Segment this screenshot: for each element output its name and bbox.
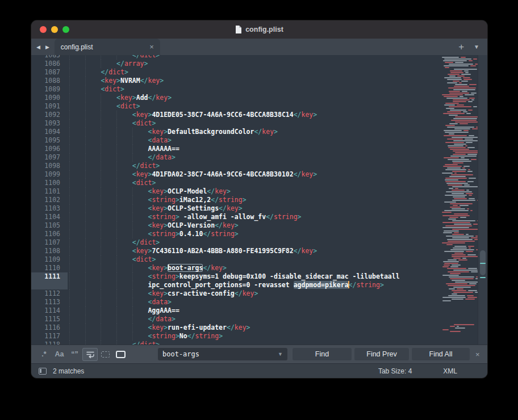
nav-forward-icon[interactable]: ▶ (45, 44, 49, 50)
line-number: 1099 (31, 170, 68, 179)
code-line: </data> (69, 315, 440, 324)
line-number: 1091 (31, 102, 68, 111)
regex-toggle-button[interactable]: .* (36, 348, 52, 361)
tab-bar: ◀ ▶ config.plist × + ▼ (31, 39, 487, 55)
code-area[interactable]: </dict></array></dict><key>NVRAM</key><d… (68, 55, 440, 345)
code-line: <string>No</string> (69, 332, 440, 341)
minimap[interactable] (440, 55, 478, 345)
scrollbar-track[interactable] (478, 55, 487, 345)
line-number: 1093 (31, 119, 68, 128)
case-sensitive-toggle-button[interactable]: Aa (52, 348, 67, 361)
code-line: <dict> (69, 85, 440, 94)
tab-strip-tools: + ▼ (458, 39, 487, 55)
tab-config-plist[interactable]: config.plist × (55, 39, 160, 55)
line-number: 1109 (31, 255, 68, 264)
code-line: </data> (69, 153, 440, 162)
line-number: 1100 (31, 179, 68, 187)
code-line: <key>NVRAM</key> (69, 77, 440, 85)
code-line: <dict> (69, 179, 440, 187)
line-number: 1104 (31, 213, 68, 221)
code-line: <key>4D1EDE05-38C7-4A6A-9CC6-4BCCA8B38C1… (69, 111, 440, 119)
code-line: </dict> (69, 341, 440, 345)
app-window: config.plist ◀ ▶ config.plist × + ▼ 1085… (31, 20, 487, 378)
code-line: <string>iMac12,2</string> (69, 196, 440, 204)
sidebar-toggle-icon[interactable] (39, 368, 47, 375)
code-line: <key>csr-active-config</key> (69, 289, 440, 298)
find-panel-close-icon[interactable]: × (475, 351, 480, 358)
code-line: ipc_control_port_options=0 -revasset agd… (69, 281, 440, 289)
line-number: 1113 (31, 298, 68, 306)
gutter-column: 1085108610871088108910901091109210931094… (31, 55, 68, 345)
tab-size-indicator[interactable]: Tab Size: 4 (378, 367, 412, 375)
new-tab-icon[interactable]: + (458, 42, 464, 52)
line-number: 1114 (31, 306, 68, 315)
find-input[interactable] (162, 350, 278, 358)
tab-label: config.plist (61, 43, 149, 51)
traffic-lights (40, 26, 69, 33)
code-line: <string>keepsyms=1 debug=0x100 -disable_… (69, 272, 440, 281)
code-line: AAAAAA== (69, 145, 440, 153)
overflow-menu-icon[interactable]: ▼ (474, 44, 479, 50)
find-match-tick (480, 263, 486, 264)
code-line: <dict> (69, 119, 440, 128)
match-count: 2 matches (53, 367, 84, 375)
find-history-dropdown-icon[interactable]: ▼ (278, 351, 283, 357)
code-line: <key>OCLP-Model</key> (69, 187, 440, 196)
line-number: 1097 (31, 153, 68, 162)
code-line: </dict> (69, 68, 440, 77)
code-line: <key>OCLP-Settings</key> (69, 204, 440, 213)
code-line: <key>run-efi-updater</key> (69, 324, 440, 332)
document-icon (235, 26, 241, 33)
traffic-minimize-button[interactable] (51, 26, 58, 33)
line-number: 1116 (31, 324, 68, 332)
line-number: 1111 (31, 272, 68, 281)
in-selection-icon (101, 351, 110, 358)
code-line: <key>boot-args</key> (69, 264, 440, 272)
line-number: 1117 (31, 332, 68, 341)
code-line: <key>Add</key> (69, 94, 440, 102)
line-number: 1088 (31, 77, 68, 85)
window-title: config.plist (245, 26, 283, 33)
code-line: </dict> (69, 55, 440, 60)
code-line: <string> -allow_amfi -allow_fv</string> (69, 213, 440, 221)
line-number: 1087 (31, 68, 68, 77)
tab-nav-arrows: ◀ ▶ (31, 39, 55, 55)
status-bar: 2 matches Tab Size: 4 XML (31, 363, 487, 378)
line-number: 1110 (31, 264, 68, 272)
line-number: 1107 (31, 238, 68, 247)
whole-word-icon: “” (71, 350, 78, 358)
code-line: <dict> (69, 255, 440, 264)
find-prev-button[interactable]: Find Prev (354, 348, 409, 360)
regex-icon: .* (41, 350, 46, 358)
code-line: <key>OCLP-Version</key> (69, 221, 440, 230)
code-line: <string>0.4.10</string> (69, 230, 440, 238)
line-number: 1103 (31, 204, 68, 213)
find-button[interactable]: Find (293, 348, 352, 360)
line-number: 1085 (31, 55, 68, 60)
code-line: </dict> (69, 238, 440, 247)
line-number: 1102 (31, 196, 68, 204)
highlight-matches-icon (116, 351, 126, 358)
tab-close-icon[interactable]: × (149, 43, 154, 51)
case-sensitive-icon: Aa (55, 350, 64, 358)
line-number: 1096 (31, 145, 68, 153)
wrap-icon (86, 351, 94, 358)
wrap-toggle-button[interactable] (82, 348, 98, 361)
code-line: <key>DefaultBackgroundColor</key> (69, 128, 440, 136)
traffic-close-button[interactable] (40, 26, 47, 33)
line-number: 1095 (31, 136, 68, 145)
nav-back-icon[interactable]: ◀ (36, 44, 40, 50)
code-line: </array> (69, 60, 440, 68)
find-all-button[interactable]: Find All (412, 348, 470, 360)
whole-word-toggle-button[interactable]: “” (67, 348, 82, 361)
code-column: </dict></array></dict><key>NVRAM</key><d… (69, 55, 440, 345)
in-selection-toggle-button[interactable] (98, 348, 113, 361)
syntax-indicator[interactable]: XML (443, 367, 457, 375)
find-field: ▼ (158, 348, 287, 360)
traffic-zoom-button[interactable] (62, 26, 69, 33)
line-number: 1112 (31, 289, 68, 298)
gutter: 1085108610871088108910901091109210931094… (31, 55, 68, 345)
window-title-group: config.plist (235, 26, 283, 33)
highlight-matches-toggle-button[interactable] (113, 348, 128, 361)
line-number (31, 281, 68, 289)
